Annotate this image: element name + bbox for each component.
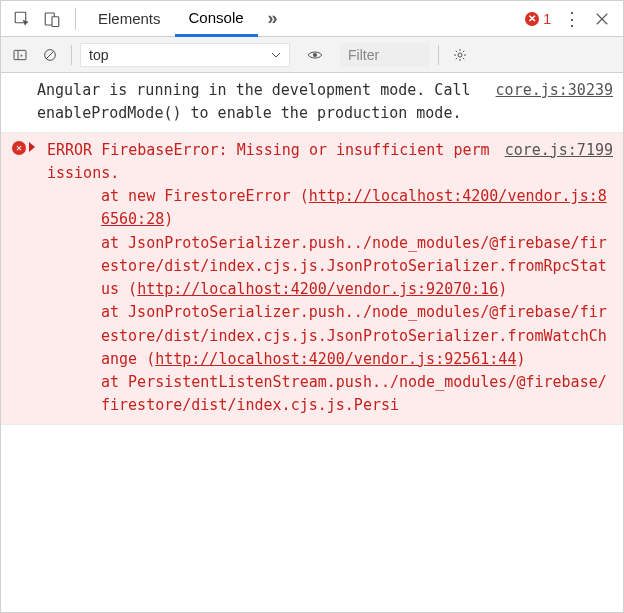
chevron-down-icon (271, 47, 281, 63)
stack-url[interactable]: http://localhost:4200/vendor.js:92561:44 (155, 350, 516, 368)
more-tabs-icon[interactable]: » (260, 6, 286, 32)
svg-point-6 (458, 53, 462, 57)
console-settings-icon[interactable] (447, 42, 473, 68)
svg-point-5 (313, 53, 317, 57)
svg-rect-3 (14, 50, 26, 59)
console-log-area: core.js:30239 Angular is running in the … (1, 73, 623, 612)
divider (438, 45, 439, 65)
log-entry-info: core.js:30239 Angular is running in the … (1, 73, 623, 133)
log-message: Angular is running in the development mo… (37, 81, 470, 122)
divider (71, 45, 72, 65)
filter-input[interactable] (340, 43, 430, 67)
svg-rect-2 (52, 16, 59, 26)
disclosure-triangle-icon[interactable] (29, 142, 35, 152)
console-sidebar-toggle-icon[interactable] (7, 42, 33, 68)
error-icon: ✕ (525, 12, 539, 26)
error-icon: ✕ (12, 141, 26, 155)
devtools-tabbar: Elements Console » ✕ 1 ⋮ (1, 1, 623, 37)
error-heading: ERROR FirebaseError: Missing or insuffic… (47, 141, 490, 182)
stack-url[interactable]: http://localhost:4200/vendor.js:92070:16 (137, 280, 498, 298)
source-link[interactable]: core.js:7199 (505, 139, 613, 162)
source-link[interactable]: core.js:30239 (496, 79, 613, 102)
error-count: 1 (543, 11, 551, 27)
execution-context-select[interactable]: top (80, 43, 290, 67)
live-expression-icon[interactable] (302, 42, 328, 68)
context-label: top (89, 47, 108, 63)
inspect-element-icon[interactable] (9, 6, 35, 32)
tab-elements[interactable]: Elements (84, 1, 175, 36)
stack-at: at PersistentListenStream.push../node_mo… (101, 373, 607, 414)
close-icon[interactable] (589, 6, 615, 32)
tab-console[interactable]: Console (175, 2, 258, 37)
clear-console-icon[interactable] (37, 42, 63, 68)
stack-tail: ) (516, 350, 525, 368)
stack-tail: ) (498, 280, 507, 298)
device-toolbar-icon[interactable] (39, 6, 65, 32)
divider (75, 8, 76, 30)
console-toolbar: top (1, 37, 623, 73)
stack-at: at new FirestoreError ( (101, 187, 309, 205)
error-count-badge[interactable]: ✕ 1 (525, 11, 551, 27)
log-entry-error: ✕ core.js:7199 ERROR FirebaseError: Miss… (1, 133, 623, 425)
stack-tail: ) (164, 210, 173, 228)
error-gutter: ✕ (11, 140, 27, 156)
kebab-menu-icon[interactable]: ⋮ (559, 6, 585, 32)
